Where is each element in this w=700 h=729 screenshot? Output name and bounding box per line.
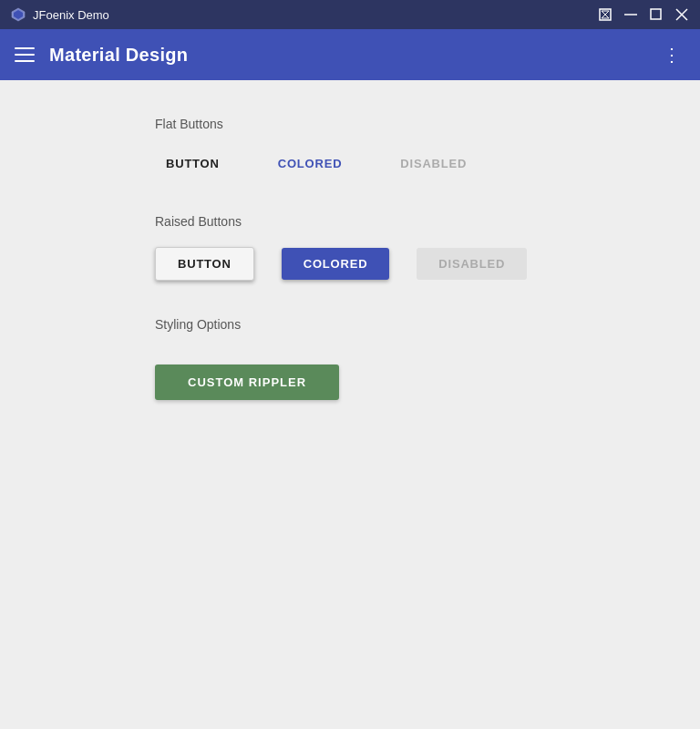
hamburger-line-3 [15,60,35,62]
raised-button-default[interactable]: BUTTON [155,247,254,281]
maximize-button[interactable] [598,7,612,22]
raised-button-disabled: DISABLED [417,248,527,280]
title-bar-controls [598,7,689,22]
restore-button[interactable] [649,7,664,22]
hamburger-line-2 [15,54,35,56]
close-button[interactable] [674,7,689,22]
flat-button-default[interactable]: BUTTON [155,149,231,178]
hamburger-menu[interactable] [15,47,35,62]
title-bar-left: JFoenix Demo [11,7,109,22]
flat-buttons-row: BUTTON COLORED DISABLED [155,149,478,178]
flat-buttons-label: Flat Buttons [155,117,223,131]
flat-button-colored[interactable]: COLORED [267,149,354,178]
title-bar-title: JFoenix Demo [33,8,109,22]
flat-button-disabled: DISABLED [389,149,478,178]
styling-options-label: Styling Options [155,317,241,332]
raised-button-colored[interactable]: COLORED [282,248,390,280]
raised-buttons-row: BUTTON COLORED DISABLED [155,247,527,281]
title-bar: JFoenix Demo [0,0,700,29]
app-bar: Material Design ⋮ [0,29,700,80]
svg-rect-8 [651,9,661,19]
custom-rippler-button[interactable]: CUSTOM RIPPLER [155,364,339,400]
app-icon [11,7,26,22]
app-bar-title: Material Design [49,45,188,66]
hamburger-line-1 [15,47,35,49]
app-bar-left: Material Design [15,45,188,66]
raised-buttons-label: Raised Buttons [155,214,242,229]
more-options-button[interactable]: ⋮ [659,42,685,67]
minimize-button[interactable] [623,7,638,22]
main-content: Flat Buttons BUTTON COLORED DISABLED Rai… [0,80,700,729]
